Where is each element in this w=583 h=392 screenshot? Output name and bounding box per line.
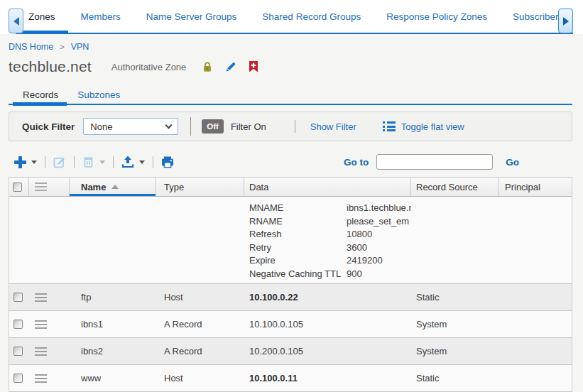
records-table: Name Type Data Record Source Principal M… bbox=[9, 177, 572, 392]
goto-group: Go to Go bbox=[344, 151, 519, 173]
soa-data-fields: MNAME ibns1.techblue.n RNAME please_set_… bbox=[244, 197, 411, 283]
record-type: A Record bbox=[164, 319, 202, 330]
record-name: ftp bbox=[81, 292, 91, 303]
column-header-principal-label: Principal bbox=[505, 182, 540, 192]
column-header-type[interactable]: Type bbox=[156, 178, 244, 196]
row-menu-icon[interactable] bbox=[35, 347, 47, 356]
soa-field: Retry 3600 bbox=[249, 241, 411, 255]
record-name: ibns2 bbox=[81, 346, 103, 356]
select-all-checkbox[interactable] bbox=[13, 183, 22, 192]
zone-header: techblue.net Authoritative Zone bbox=[9, 58, 258, 75]
table-row-ftp[interactable]: ftp Host 10.100.0.22 Static bbox=[9, 284, 572, 311]
soa-field-label: MNAME bbox=[249, 202, 347, 215]
bookmark-add-icon[interactable] bbox=[249, 61, 258, 72]
soa-field-value: 2419200 bbox=[347, 254, 411, 268]
add-record-dropdown-caret[interactable] bbox=[31, 160, 37, 164]
row-checkbox[interactable] bbox=[13, 347, 23, 356]
row-menu-icon[interactable] bbox=[35, 293, 47, 302]
tab-scroll-right-button[interactable] bbox=[558, 9, 573, 33]
record-source: System bbox=[416, 346, 447, 356]
row-checkbox[interactable] bbox=[13, 374, 23, 383]
soa-field-label: Refresh bbox=[249, 228, 347, 241]
page-title: techblue.net bbox=[9, 58, 92, 75]
table-row-ibns1[interactable]: ibns1 A Record 10.100.0.105 System bbox=[9, 311, 572, 338]
soa-field-value: 900 bbox=[347, 268, 411, 281]
soa-field-value: 10800 bbox=[347, 228, 411, 241]
soa-field-label: Retry bbox=[249, 241, 347, 255]
record-type: Host bbox=[164, 292, 183, 303]
soa-field: Negative Caching TTL 900 bbox=[249, 268, 411, 281]
table-menu-icon[interactable] bbox=[35, 183, 47, 191]
goto-input[interactable] bbox=[376, 154, 493, 170]
main-tabs: Zones Members Name Server Groups Shared … bbox=[16, 0, 583, 33]
tab-scroll-left-button[interactable] bbox=[9, 9, 23, 33]
goto-label: Go to bbox=[344, 157, 369, 168]
table-row-www[interactable]: www Host 10.100.0.11 Static bbox=[9, 365, 572, 392]
breadcrumb-separator: > bbox=[60, 43, 64, 51]
main-tab-response-policy-zones[interactable]: Response Policy Zones bbox=[374, 0, 500, 33]
main-tab-shared-record-groups[interactable]: Shared Record Groups bbox=[249, 0, 374, 33]
filter-on-label: Filter On bbox=[231, 121, 266, 132]
flat-view-icon[interactable] bbox=[383, 121, 396, 131]
toggle-flat-view-link[interactable]: Toggle flat view bbox=[401, 121, 464, 132]
export-dropdown-caret[interactable] bbox=[139, 160, 145, 164]
quick-filter-label: Quick Filter bbox=[22, 121, 75, 132]
sub-tab-label: Subzones bbox=[77, 89, 120, 100]
export-button[interactable] bbox=[121, 156, 134, 168]
record-name: www bbox=[81, 373, 101, 383]
add-record-button[interactable] bbox=[14, 156, 26, 168]
soa-field: Refresh 10800 bbox=[249, 228, 411, 241]
soa-record-row-partial[interactable]: MNAME ibns1.techblue.n RNAME please_set_… bbox=[9, 197, 572, 284]
column-header-record-source[interactable]: Record Source bbox=[411, 178, 499, 196]
zone-sub-tabs: Records Subzones bbox=[9, 85, 572, 105]
records-toolbar: Go to Go bbox=[9, 151, 572, 173]
record-type: A Record bbox=[164, 346, 202, 356]
column-header-principal[interactable]: Principal bbox=[499, 178, 572, 196]
main-tab-zones[interactable]: Zones bbox=[16, 0, 68, 33]
row-checkbox[interactable] bbox=[13, 320, 23, 329]
delete-record-button-disabled[interactable] bbox=[82, 156, 94, 168]
breadcrumb: DNS Home > VPN bbox=[9, 42, 89, 52]
breadcrumb-link-dns-home[interactable]: DNS Home bbox=[9, 42, 53, 52]
lock-icon bbox=[202, 61, 213, 72]
edit-record-button-disabled[interactable] bbox=[53, 156, 66, 168]
main-tab-members[interactable]: Members bbox=[68, 0, 134, 33]
record-data: 10.200.0.105 bbox=[249, 346, 303, 356]
row-checkbox[interactable] bbox=[13, 293, 23, 302]
record-type: Host bbox=[164, 373, 183, 383]
filter-toggle-button[interactable]: Off bbox=[202, 119, 224, 134]
arrow-right-icon bbox=[563, 17, 569, 26]
chevron-down-icon bbox=[165, 121, 173, 129]
soa-field-value: please_set_em bbox=[347, 215, 411, 229]
row-menu-icon[interactable] bbox=[35, 374, 47, 383]
sub-tab-records[interactable]: Records bbox=[23, 85, 58, 104]
record-source: Static bbox=[416, 292, 440, 303]
quick-filter-select[interactable]: None bbox=[83, 118, 178, 135]
column-header-type-label: Type bbox=[164, 182, 184, 192]
divider bbox=[113, 156, 114, 168]
column-header-data[interactable]: Data bbox=[244, 178, 411, 196]
row-menu-icon[interactable] bbox=[35, 320, 47, 329]
quick-filter-selected-value: None bbox=[90, 121, 112, 132]
divider bbox=[190, 117, 191, 136]
record-source: Static bbox=[416, 373, 440, 383]
divider bbox=[295, 120, 295, 133]
edit-zone-icon[interactable] bbox=[225, 61, 236, 72]
soa-field-value: ibns1.techblue.n bbox=[347, 202, 411, 215]
go-button[interactable]: Go bbox=[506, 157, 519, 168]
sub-tab-subzones[interactable]: Subzones bbox=[77, 85, 120, 104]
table-header-row: Name Type Data Record Source Principal bbox=[9, 177, 572, 197]
table-body: ftp Host 10.100.0.22 Static ibns1 A Reco… bbox=[9, 284, 572, 392]
divider bbox=[153, 156, 153, 168]
column-header-name[interactable]: Name bbox=[70, 178, 156, 196]
soa-field-label: Negative Caching TTL bbox=[249, 268, 347, 281]
divider bbox=[74, 156, 75, 168]
print-button[interactable] bbox=[161, 156, 174, 168]
record-source: System bbox=[416, 319, 447, 330]
main-tab-label: Response Policy Zones bbox=[386, 11, 487, 22]
main-tab-name-server-groups[interactable]: Name Server Groups bbox=[134, 0, 250, 33]
delete-dropdown-caret[interactable] bbox=[99, 160, 105, 164]
table-row-ibns2[interactable]: ibns2 A Record 10.200.0.105 System bbox=[9, 338, 572, 365]
breadcrumb-link-vpn[interactable]: VPN bbox=[71, 42, 89, 52]
show-filter-link[interactable]: Show Filter bbox=[310, 121, 356, 132]
